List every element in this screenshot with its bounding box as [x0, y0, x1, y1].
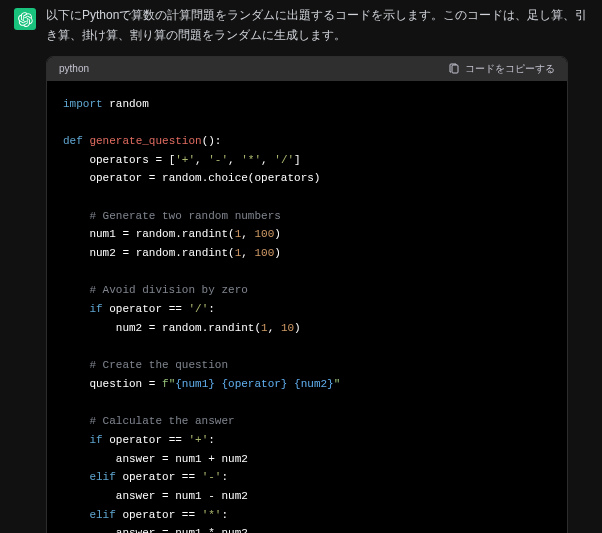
copy-code-button[interactable]: コードをコピーする: [448, 62, 555, 76]
code-content[interactable]: import random def generate_question(): o…: [47, 81, 567, 533]
assistant-avatar: [14, 8, 36, 30]
clipboard-icon: [448, 63, 460, 75]
assistant-message: 以下にPythonで算数の計算問題をランダムに出題するコードを示します。このコー…: [36, 6, 588, 46]
code-header: python コードをコピーする: [47, 57, 567, 81]
code-language-label: python: [59, 63, 89, 74]
copy-code-label: コードをコピーする: [465, 62, 555, 76]
code-block: python コードをコピーする import random def gener…: [46, 56, 568, 533]
svg-rect-0: [452, 65, 458, 73]
openai-logo-icon: [18, 12, 33, 27]
